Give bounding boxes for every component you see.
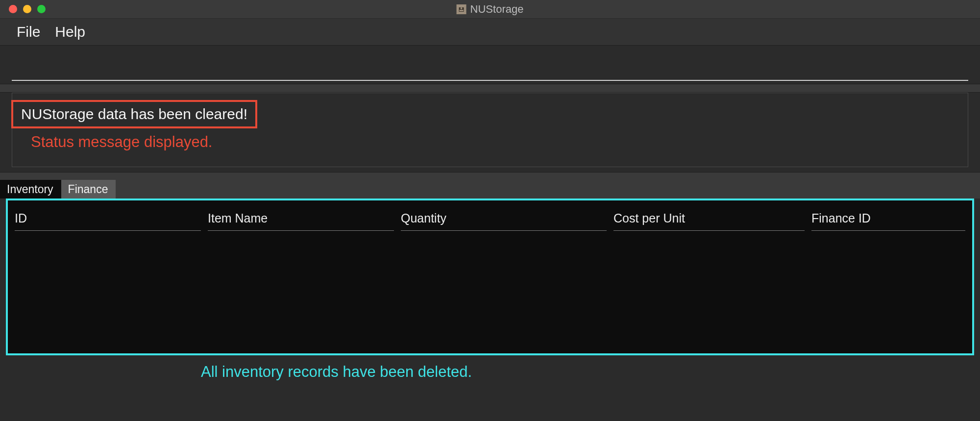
window-title: NUStorage xyxy=(470,3,524,16)
window-titlebar: NUStorage xyxy=(0,0,980,19)
column-header-id[interactable]: ID xyxy=(15,211,201,231)
menu-bar: File Help xyxy=(0,19,980,46)
status-panel: NUStorage data has been cleared! Status … xyxy=(12,93,968,167)
window-minimize-button[interactable] xyxy=(23,5,31,13)
column-header-quantity[interactable]: Quantity xyxy=(401,211,607,231)
status-message: NUStorage data has been cleared! xyxy=(21,106,247,122)
tab-inventory-label: Inventory xyxy=(7,183,53,196)
svg-rect-2 xyxy=(460,10,464,11)
command-input[interactable] xyxy=(12,54,968,81)
status-annotation: Status message displayed. xyxy=(31,133,968,151)
divider xyxy=(0,84,980,93)
column-header-cost-per-unit[interactable]: Cost per Unit xyxy=(613,211,805,231)
inventory-table-body-empty xyxy=(8,231,972,353)
traffic-lights xyxy=(9,5,46,13)
app-icon xyxy=(457,4,466,14)
column-header-item-name[interactable]: Item Name xyxy=(208,211,394,231)
status-message-highlight-box: NUStorage data has been cleared! xyxy=(11,100,257,128)
tab-inventory[interactable]: Inventory xyxy=(0,180,61,198)
tab-finance[interactable]: Finance xyxy=(61,180,116,198)
tab-row: Inventory Finance xyxy=(0,180,980,198)
inventory-table-header: ID Item Name Quantity Cost per Unit Fina… xyxy=(8,200,972,231)
window-close-button[interactable] xyxy=(9,5,17,13)
tab-finance-label: Finance xyxy=(68,183,108,196)
window-maximize-button[interactable] xyxy=(37,5,46,13)
window-title-group: NUStorage xyxy=(457,3,524,16)
svg-point-1 xyxy=(461,7,463,9)
divider xyxy=(0,172,980,180)
menu-file[interactable]: File xyxy=(17,24,40,40)
column-header-finance-id[interactable]: Finance ID xyxy=(811,211,965,231)
menu-help[interactable]: Help xyxy=(55,24,85,40)
command-input-area xyxy=(0,46,980,81)
inventory-table-highlight-box: ID Item Name Quantity Cost per Unit Fina… xyxy=(6,198,974,355)
table-annotation: All inventory records have been deleted. xyxy=(201,363,980,381)
